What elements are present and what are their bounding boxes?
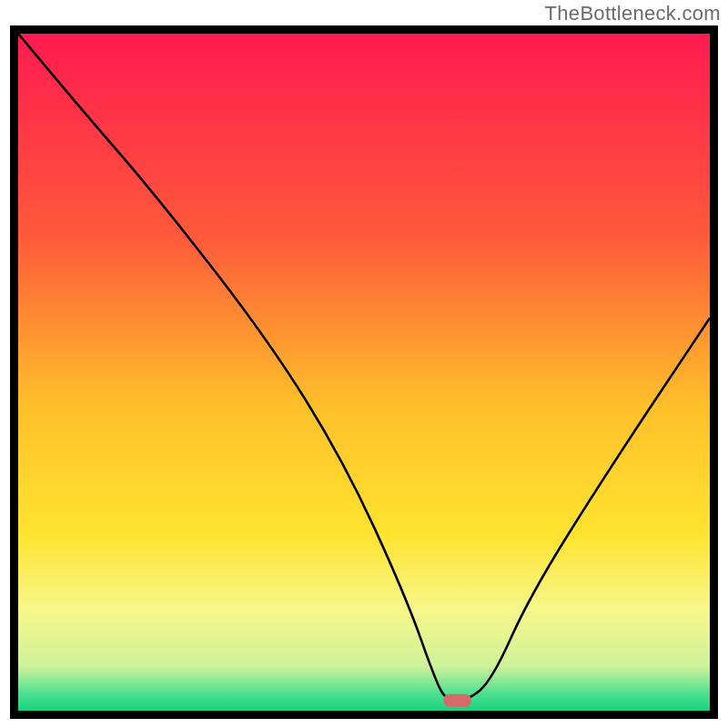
chart-frame <box>10 25 718 719</box>
gradient-background <box>18 34 710 711</box>
optimal-marker <box>443 694 470 707</box>
chart-svg <box>10 25 718 719</box>
chart-stage: TheBottleneck.com <box>0 0 728 728</box>
watermark-text: TheBottleneck.com <box>545 2 721 25</box>
